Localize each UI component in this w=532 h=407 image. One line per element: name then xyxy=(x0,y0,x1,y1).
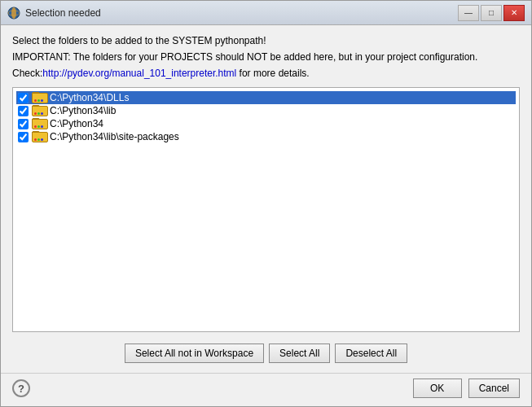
check-link-text: Check:http://pydev.org/manual_101_interp… xyxy=(12,68,520,79)
folder-icon-1 xyxy=(32,92,46,103)
item-label-1: C:\Python34\DLLs xyxy=(50,92,129,103)
manual-link[interactable]: http://pydev.org/manual_101_interpreter.… xyxy=(42,68,236,79)
dialog-window: Selection needed — □ ✕ Select the folder… xyxy=(0,0,532,407)
check-label: Check: xyxy=(12,68,42,79)
list-item[interactable]: C:\Python34\lib\site-packages xyxy=(16,130,516,143)
item-checkbox-2[interactable] xyxy=(18,106,29,116)
item-label-4: C:\Python34\lib\site-packages xyxy=(50,131,179,142)
check-suffix: for more details. xyxy=(236,68,309,79)
list-item[interactable]: C:\Python34\lib xyxy=(16,104,516,117)
main-content: Select the folders to be added to the SY… xyxy=(1,25,531,373)
item-label-2: C:\Python34\lib xyxy=(50,105,116,116)
title-bar: Selection needed — □ ✕ xyxy=(1,1,531,25)
title-bar-left: Selection needed xyxy=(7,7,101,20)
app-icon xyxy=(7,7,20,20)
minimize-button[interactable]: — xyxy=(458,5,479,21)
select-all-not-workspace-button[interactable]: Select All not in Workspace xyxy=(125,344,264,363)
list-item[interactable]: C:\Python34\DLLs xyxy=(16,91,516,104)
item-checkbox-3[interactable] xyxy=(18,119,29,129)
select-all-button[interactable]: Select All xyxy=(269,344,330,363)
important-text: IMPORTANT: The folders for your PROJECTS… xyxy=(12,51,520,63)
maximize-button[interactable]: □ xyxy=(481,5,502,21)
footer-right: OK Cancel xyxy=(413,379,520,398)
footer: ? OK Cancel xyxy=(1,373,531,406)
window-title: Selection needed xyxy=(25,7,101,19)
folder-icon-2 xyxy=(32,105,46,116)
window-controls: — □ ✕ xyxy=(458,5,525,21)
folder-list: C:\Python34\DLLs C:\Python34\lib xyxy=(12,87,520,332)
item-checkbox-1[interactable] xyxy=(18,93,29,103)
deselect-all-button[interactable]: Deselect All xyxy=(335,344,407,363)
item-label-3: C:\Python34 xyxy=(50,118,103,129)
action-buttons: Select All not in Workspace Select All D… xyxy=(12,337,520,366)
folder-icon-4 xyxy=(32,131,46,142)
instruction-text: Select the folders to be added to the SY… xyxy=(12,35,520,46)
footer-left: ? xyxy=(12,379,30,397)
cancel-button[interactable]: Cancel xyxy=(468,379,520,398)
list-item[interactable]: C:\Python34 xyxy=(16,117,516,130)
folder-icon-3 xyxy=(32,118,46,129)
item-checkbox-4[interactable] xyxy=(18,132,29,142)
close-button[interactable]: ✕ xyxy=(503,5,525,21)
ok-button[interactable]: OK xyxy=(413,379,462,398)
svg-point-1 xyxy=(11,7,16,19)
help-button[interactable]: ? xyxy=(12,379,30,397)
